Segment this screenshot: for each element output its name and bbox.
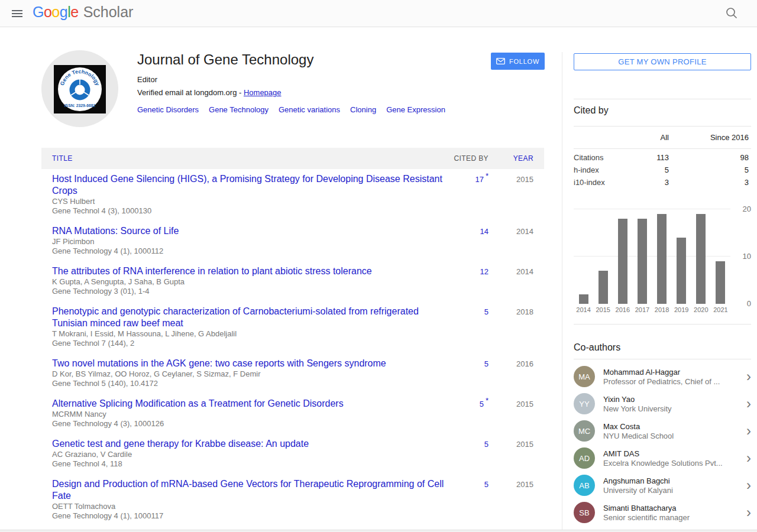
profile-main: Gene Technology ISSN: 2329-6682 Journal … [41,50,544,526]
article-cited-by: 17* [449,173,489,216]
article-info: Design and Production of mRNA-based Gene… [52,478,449,521]
google-scholar-logo[interactable]: Google Scholar [33,4,133,21]
coauthor-name-link[interactable]: AMIT DAS [603,449,639,458]
cited-by-count-link[interactable]: 12 [480,267,489,276]
article-info: Genetic test and gene therapy for Krabbe… [52,438,449,469]
cited-by-table-header: All Since 2016 [574,126,751,149]
sidebar: GET MY OWN PROFILE Cited by All Since 20… [574,53,751,526]
coauthor-name-link[interactable]: Mohammad Al-Haggar [603,368,680,377]
logo-letter: G [33,4,44,20]
search-icon[interactable] [725,7,738,21]
get-my-own-profile-button[interactable]: GET MY OWN PROFILE [574,53,751,70]
coauthor-text: Yixin YaoNew York University [603,394,743,414]
cited-by-count-link[interactable]: 5 [484,480,489,489]
article-row: Two novel mutations in the AGK gene: two… [41,353,544,394]
article-title-link[interactable]: Alternative Splicing Modification as a T… [52,398,445,410]
coauthor-name-link[interactable]: Yixin Yao [603,395,635,404]
profile-name: Journal of Gene Technology [137,51,455,68]
article-year: 2016 [489,358,533,388]
article-year: 2015 [489,438,533,469]
follow-button[interactable]: FOLLOW [491,53,545,70]
article-title-link[interactable]: Two novel mutations in the AGK gene: two… [52,358,445,369]
coauthor-item[interactable]: SBSimanti BhattacharyaSenior scientific … [574,499,751,526]
sort-by-title[interactable]: TITLE [52,154,449,163]
chart-bars [574,205,730,304]
citation-bar-2014[interactable] [579,294,588,304]
coauthor-text: AMIT DASExcelra Knowledge Solutions Pvt.… [603,448,743,468]
citation-bar-2019[interactable] [677,238,686,304]
article-info: RNA Mutations: Source of LifeJF Picimbon… [52,225,449,256]
sort-by-year[interactable]: YEAR [489,154,533,163]
google-logo-text: Google [33,4,79,21]
citation-bar-2020[interactable] [696,214,706,304]
interest-tag[interactable]: Gene Technology [209,105,268,114]
article-year: 2015 [489,173,533,216]
chevron-right-icon: › [746,396,751,411]
homepage-link[interactable]: Homepage [244,88,282,97]
coauthor-name-link[interactable]: Simanti Bhattacharya [603,504,677,512]
article-title-link[interactable]: Host Induced Gene Silencing (HIGS), a Pr… [52,173,445,197]
cited-by-metric-row: h-index55 [574,164,751,176]
coauthor-name-link[interactable]: Max Costa [603,422,640,431]
articles-table: TITLE CITED BY YEAR Host Induced Gene Si… [41,148,544,526]
cited-by-count-link[interactable]: 5 [484,440,489,449]
article-row: RNA Mutations: Source of LifeJF Picimbon… [41,221,544,261]
metric-since-value: 3 [669,178,751,187]
article-row: Alternative Splicing Modification as a T… [41,394,544,434]
coauthor-item[interactable]: MCMax CostaNYU Medical School› [574,417,751,445]
y-axis-tick-label: 0 [733,299,751,308]
cited-by-count-link[interactable]: 5 [480,400,484,408]
cited-by-section: Cited by All Since 2016 Citations11398h-… [574,99,751,313]
metric-label: i10-index [574,178,630,187]
coauthor-name-link[interactable]: Angshuman Bagchi [603,476,670,485]
coauthor-avatar: YY [574,393,595,414]
y-axis-tick-label: 20 [733,205,751,213]
x-axis-tick-label: 2021 [713,306,727,313]
scholar-profile-page: Google Scholar Gene Technology [0,0,757,532]
cited-by-count-link[interactable]: 5 [484,359,489,368]
article-title-link[interactable]: Design and Production of mRNA-based Gene… [52,478,445,502]
coauthor-item[interactable]: MAMohammad Al-HaggarProfessor of Pediatr… [574,363,751,390]
article-info: Host Induced Gene Silencing (HIGS), a Pr… [52,173,449,216]
cited-by-count-link[interactable]: 14 [480,227,489,236]
article-cited-by: 5 [449,478,489,521]
coauthor-item[interactable]: YYYixin YaoNew York University› [574,390,751,417]
article-cited-by: 5 [449,438,489,469]
cited-by-count-link[interactable]: 17 [475,175,483,184]
article-row: Genetic test and gene therapy for Krabbe… [41,434,544,474]
interest-tag[interactable]: Genetic variations [279,105,340,114]
logo-letter: o [51,4,59,20]
article-venue: Gene Technology 4 (3), 1000126 [52,419,445,429]
cited-by-table: All Since 2016 Citations11398h-index55i1… [574,126,751,189]
article-venue: Gene Technol 4 (3), 1000130 [52,206,445,216]
logo-letter: g [60,4,67,20]
article-title-link[interactable]: Phenotypic and genotypic characterizatio… [52,306,445,329]
article-authors: T Mokrani, I Essid, M Hassouna, L Jihene… [52,329,445,339]
coauthor-item[interactable]: ADAMIT DASExcelra Knowledge Solutions Pv… [574,445,751,472]
coauthor-text: Simanti BhattacharyaSenior scientific ma… [603,502,743,523]
article-title-link[interactable]: Genetic test and gene therapy for Krabbe… [52,438,445,450]
citation-bar-2015[interactable] [599,271,608,304]
article-info: The attributes of RNA interference in re… [52,265,449,296]
profile-info: Journal of Gene Technology Editor Verifi… [137,50,455,115]
article-title-link[interactable]: The attributes of RNA interference in re… [52,265,445,277]
citations-chart: 01020 20142015201620172018201920202021 [574,205,751,313]
interest-tag[interactable]: Gene Expression [386,105,445,114]
x-axis-tick-label: 2017 [635,306,649,313]
article-row: Host Induced Gene Silencing (HIGS), a Pr… [41,169,544,221]
article-year: 2015 [489,478,533,521]
article-info: Phenotypic and genotypic characterizatio… [52,306,449,348]
interest-tag[interactable]: Genetic Disorders [137,105,199,114]
citation-bar-2017[interactable] [638,219,647,304]
citation-bar-2021[interactable] [716,261,725,304]
citation-bar-2018[interactable] [657,214,667,304]
coauthor-item[interactable]: ABAngshuman BagchiUniversity of Kalyani› [574,472,751,499]
citation-bar-2016[interactable] [618,219,627,304]
article-title-link[interactable]: RNA Mutations: Source of Life [52,225,445,237]
menu-icon[interactable] [9,6,25,21]
coauthor-avatar: AB [574,475,595,496]
article-venue: Gene Technol 4, 118 [52,459,445,469]
cited-by-count-link[interactable]: 5 [484,307,489,316]
sort-by-citations[interactable]: CITED BY [449,154,489,163]
interest-tag[interactable]: Cloning [350,105,376,114]
